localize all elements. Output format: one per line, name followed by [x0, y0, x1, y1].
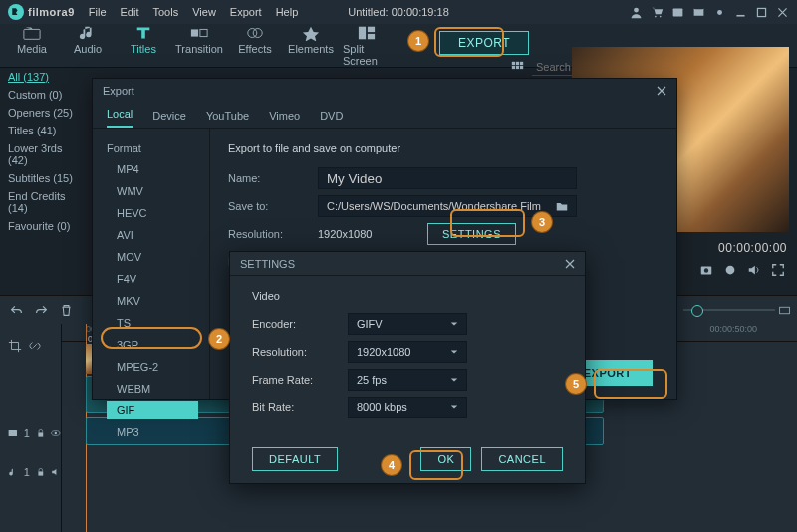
svg-point-30	[55, 432, 57, 434]
lock-icon[interactable]	[36, 426, 46, 440]
fullscreen-icon[interactable]	[771, 263, 785, 277]
tab-split-screen[interactable]: Split Screen	[343, 25, 391, 67]
format-f4v[interactable]: F4V	[107, 270, 198, 288]
sidebar-item-lower3rds[interactable]: Lower 3rds (42)	[0, 139, 88, 169]
format-wmv[interactable]: WMV	[107, 182, 198, 200]
sidebar-item-subtitles[interactable]: Subtitles (15)	[0, 169, 88, 187]
tab-titles[interactable]: Titles	[120, 25, 167, 67]
tab-elements[interactable]: Elements	[287, 25, 335, 67]
fit-icon[interactable]	[778, 304, 791, 317]
close-icon[interactable]	[776, 6, 789, 19]
svg-rect-7	[757, 8, 765, 16]
encoder-select[interactable]: GIFV	[348, 313, 467, 335]
svg-rect-3	[673, 8, 683, 16]
svg-rect-14	[368, 26, 375, 31]
format-avi[interactable]: AVI	[107, 226, 198, 244]
settings-dialog-close-icon[interactable]	[565, 259, 575, 269]
menu-edit[interactable]: Edit	[121, 6, 139, 18]
settings-resolution-select[interactable]: 1920x1080	[348, 341, 467, 363]
menu-export[interactable]: Export	[230, 6, 262, 18]
settings-dialog: SETTINGS Video Encoder:GIFV Resolution:1…	[229, 251, 586, 484]
format-ts[interactable]: TS	[107, 314, 198, 332]
format-mp3[interactable]: MP3	[107, 423, 198, 441]
cancel-button[interactable]: CANCEL	[481, 447, 563, 471]
name-input[interactable]	[318, 167, 577, 189]
format-mkv[interactable]: MKV	[107, 292, 198, 310]
cart-icon[interactable]	[651, 6, 664, 19]
zoom-slider[interactable]	[683, 309, 775, 311]
tab-audio[interactable]: Audio	[64, 25, 112, 67]
callout-3: 3	[532, 212, 552, 232]
format-3gp[interactable]: 3GP	[107, 336, 198, 354]
crop-icon	[8, 339, 22, 353]
mail-icon[interactable]	[692, 6, 705, 19]
lock-icon[interactable]	[36, 465, 46, 479]
ok-button[interactable]: OK	[420, 447, 471, 471]
grid-view-icon[interactable]	[511, 61, 524, 74]
format-hevc[interactable]: HEVC	[107, 204, 198, 222]
export-tab-local[interactable]: Local	[107, 108, 133, 128]
sidebar-item-endcredits[interactable]: End Credits (14)	[0, 187, 88, 217]
svg-rect-15	[368, 33, 375, 38]
sidebar-item-openers[interactable]: Openers (25)	[0, 104, 88, 122]
minimize-icon[interactable]	[734, 6, 747, 19]
export-tab-device[interactable]: Device	[152, 110, 186, 128]
title-bar: filmora9 File Edit Tools View Export Hel…	[0, 0, 797, 24]
format-webm[interactable]: WEBM	[107, 380, 198, 398]
menu-view[interactable]: View	[192, 6, 216, 18]
redo-icon[interactable]	[35, 304, 48, 317]
sidebar-item-custom[interactable]: Custom (0)	[0, 86, 88, 104]
sidebar-item-all[interactable]: All (137)	[0, 68, 88, 86]
export-dialog-close-icon[interactable]	[657, 86, 666, 96]
export-tab-youtube[interactable]: YouTube	[206, 110, 249, 128]
settings-icon[interactable]	[713, 6, 726, 19]
default-button[interactable]: DEFAULT	[252, 447, 338, 471]
tab-media[interactable]: Media	[8, 25, 56, 67]
library-icon[interactable]	[671, 6, 684, 19]
format-mov[interactable]: MOV	[107, 248, 198, 266]
record-icon[interactable]	[723, 263, 737, 277]
tab-transition[interactable]: Transition	[175, 25, 223, 67]
export-button[interactable]: EXPORT	[439, 31, 529, 55]
eye-icon[interactable]	[51, 426, 61, 440]
svg-rect-28	[38, 432, 43, 436]
sidebar-item-favourite[interactable]: Favourite (0)	[0, 217, 88, 235]
saveto-value: C:/Users/WS/Documents/Wondershare Film	[327, 200, 541, 212]
track-header-link[interactable]	[0, 324, 61, 368]
export-tab-vimeo[interactable]: Vimeo	[269, 110, 300, 128]
delete-icon[interactable]	[60, 304, 73, 317]
svg-rect-10	[200, 29, 207, 36]
track-header-video[interactable]: 1	[0, 411, 61, 455]
format-mp4[interactable]: MP4	[107, 160, 198, 178]
menu-file[interactable]: File	[89, 6, 107, 18]
svg-rect-20	[516, 65, 519, 68]
svg-rect-6	[736, 14, 744, 16]
settings-framerate-select[interactable]: 25 fps	[348, 369, 467, 391]
export-tabs: Local Device YouTube Vimeo DVD	[93, 103, 676, 129]
project-title: Untitled: 00:00:19:18	[348, 6, 449, 18]
account-icon[interactable]	[630, 6, 643, 19]
svg-point-2	[660, 15, 662, 17]
sidebar-item-titles[interactable]: Titles (41)	[0, 122, 88, 139]
menu-help[interactable]: Help	[276, 6, 299, 18]
settings-resolution-label: Resolution:	[252, 346, 348, 358]
saveto-label: Save to:	[228, 200, 318, 212]
callout-5: 5	[566, 374, 586, 394]
settings-bitrate-select[interactable]: 8000 kbps	[348, 397, 467, 418]
settings-bitrate-label: Bit Rate:	[252, 401, 348, 413]
track-headers: 1 1	[0, 324, 62, 532]
tab-effects[interactable]: Effects	[231, 25, 279, 67]
volume-icon[interactable]	[747, 263, 761, 277]
track-header-audio[interactable]: 1	[0, 455, 61, 489]
menu-tools[interactable]: Tools	[153, 6, 179, 18]
format-mpeg2[interactable]: MPEG-2	[107, 358, 198, 376]
maximize-icon[interactable]	[755, 6, 768, 19]
mute-icon[interactable]	[51, 465, 61, 479]
svg-point-24	[704, 268, 708, 272]
undo-icon[interactable]	[10, 304, 23, 317]
snapshot-icon[interactable]	[699, 263, 713, 277]
format-gif[interactable]: GIF	[107, 401, 198, 419]
svg-point-12	[253, 28, 262, 37]
settings-button[interactable]: SETTINGS	[427, 223, 516, 245]
export-tab-dvd[interactable]: DVD	[320, 110, 343, 128]
